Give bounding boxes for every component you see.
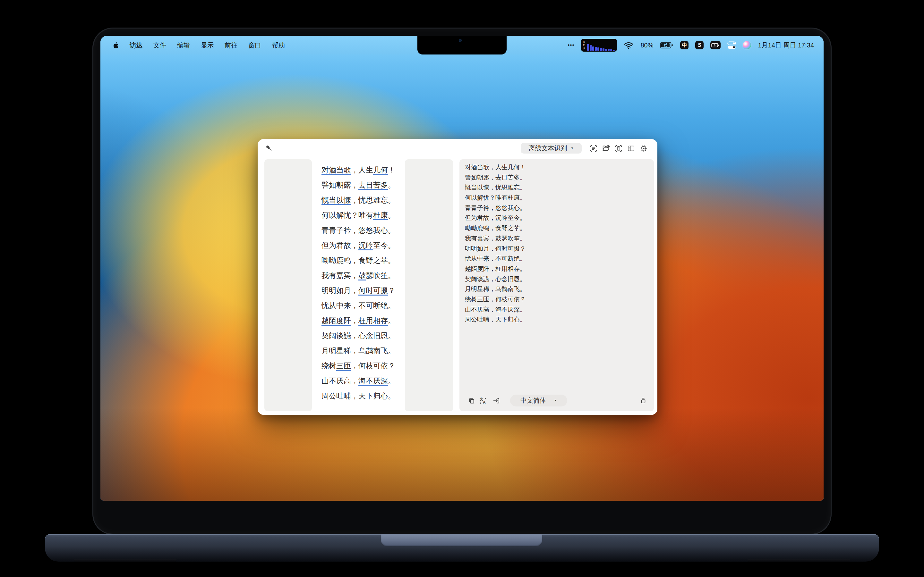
source-preview-right-panel xyxy=(405,159,453,411)
menu-item[interactable]: 编辑 xyxy=(177,41,190,50)
chevron-down-icon: ▼ xyxy=(554,399,557,402)
result-language-dropdown[interactable]: 中文简体 ▼ xyxy=(510,395,567,406)
recognition-mode-dropdown[interactable]: 离线文本识别 ▼ xyxy=(521,143,582,153)
source-line: 对酒当歌，人生几何！ xyxy=(312,163,405,177)
cpu-bar xyxy=(607,49,610,51)
result-line: 绕树三匝，何枝可依？ xyxy=(465,294,651,305)
source-line: 契阔谈讌，心念旧恩。 xyxy=(312,328,405,343)
result-line: 周公吐哺，天下归心。 xyxy=(465,314,651,325)
result-line: 我有嘉宾，鼓瑟吹笙。 xyxy=(465,234,651,243)
menu-item[interactable]: 窗口 xyxy=(248,41,261,50)
switches-icon[interactable] xyxy=(727,41,736,49)
result-toolbar: 文 A 中文简体 ▼ xyxy=(459,394,654,407)
menu-items: 访达文件编辑显示前往窗口帮助 xyxy=(100,41,285,50)
cpu-bar xyxy=(592,47,594,51)
result-line: 何以解忧？唯有杜康。 xyxy=(465,193,651,203)
svg-text:A: A xyxy=(483,400,486,404)
source-line: 譬如朝露，去日苦多。 xyxy=(312,177,405,193)
source-text: 对酒当歌，人生几何！譬如朝露，去日苦多。慨当以慷，忧思难忘。何以解忧？唯有杜康。… xyxy=(312,159,405,411)
result-text[interactable]: 对酒当歌，人生几何！譬如朝露，去日苦多。慨当以慷，忧思难忘。何以解忧？唯有杜康。… xyxy=(465,162,651,325)
camera-dot xyxy=(459,39,462,42)
source-line: 何以解忧？唯有杜康。 xyxy=(312,208,405,223)
menu-item[interactable]: 帮助 xyxy=(272,41,285,50)
menu-item[interactable]: 显示 xyxy=(201,41,214,50)
history-icon[interactable] xyxy=(640,397,647,404)
result-line: 明明如月，何时可掇？ xyxy=(465,243,651,254)
lid-lift-notch xyxy=(381,534,542,546)
cpu-bar xyxy=(613,50,615,51)
ocr-app-window: 离线文本识别 ▼ xyxy=(258,139,657,415)
battery-charging-icon[interactable] xyxy=(660,42,674,49)
source-line: 周公吐哺，天下归心。 xyxy=(312,388,405,404)
menu-item[interactable]: 文件 xyxy=(153,41,166,50)
surge-badge[interactable]: S xyxy=(695,41,704,49)
source-line: 月明星稀，乌鹊南飞。 xyxy=(312,343,405,358)
source-line: 绕树三匝，何枝可依？ xyxy=(312,358,405,374)
result-panel: 对酒当歌，人生几何！譬如朝露，去日苦多。慨当以慷，忧思难忘。何以解忧？唯有杜康。… xyxy=(459,159,654,411)
result-line: 呦呦鹿鸣，食野之苹。 xyxy=(465,223,651,234)
menu-item[interactable]: 前往 xyxy=(225,41,237,50)
result-language-label: 中文简体 xyxy=(520,396,546,405)
apple-menu-icon[interactable] xyxy=(112,41,119,49)
source-preview-left-panel xyxy=(264,159,312,411)
copy-icon[interactable] xyxy=(468,397,475,404)
result-line: 但为君故，沉吟至今。 xyxy=(465,213,651,223)
cpu-bar xyxy=(603,48,604,51)
result-line: 月明星稀，乌鹊南飞。 xyxy=(465,284,651,294)
rubber-foot xyxy=(74,559,176,562)
siri-icon[interactable] xyxy=(743,41,751,49)
cpu-monitor-widget[interactable]: CPU xyxy=(581,39,617,52)
result-line: 青青子衿，悠悠我心。 xyxy=(465,203,651,213)
source-line: 青青子衿，悠悠我心。 xyxy=(312,223,405,238)
result-line: 越陌度阡，枉用相存。 xyxy=(465,264,651,274)
open-folder-icon[interactable] xyxy=(602,144,610,153)
cpu-bar xyxy=(598,47,599,51)
pin-icon[interactable] xyxy=(265,144,274,153)
result-line: 对酒当歌，人生几何！ xyxy=(465,162,651,172)
screen: 访达文件编辑显示前往窗口帮助 ••• CPU 80% xyxy=(100,36,824,501)
source-line: 慨当以慷，忧思难忘。 xyxy=(312,193,405,208)
gear-icon[interactable] xyxy=(640,144,648,153)
export-icon[interactable] xyxy=(493,397,500,404)
battery-percent: 80% xyxy=(640,42,653,49)
source-line: 我有嘉宾，鼓瑟吹笙。 xyxy=(312,268,405,283)
cpu-bar xyxy=(600,48,602,51)
rubber-foot xyxy=(748,559,850,562)
scan-text-icon[interactable] xyxy=(590,144,598,153)
source-line: 忧从中来，不可断绝。 xyxy=(312,298,405,313)
translate-icon[interactable]: 文 A xyxy=(480,397,487,404)
chevron-down-icon: ▼ xyxy=(571,147,574,150)
scan-document-icon[interactable] xyxy=(614,144,623,153)
source-line: 明明如月，何时可掇？ xyxy=(312,283,405,298)
result-line: 慨当以慷，忧思难忘。 xyxy=(465,182,651,193)
wifi-icon[interactable] xyxy=(624,41,634,49)
desktop-mockup: 访达文件编辑显示前往窗口帮助 ••• CPU 80% xyxy=(0,0,924,577)
cpu-bar xyxy=(587,44,589,51)
menu-bar-status: ••• CPU 80% xyxy=(568,36,814,55)
cpu-bar xyxy=(610,49,612,51)
charge-badge[interactable] xyxy=(710,41,720,49)
display-notch xyxy=(417,36,507,55)
input-method-badge[interactable]: 中 xyxy=(680,41,688,49)
menu-bar-clock[interactable]: 1月14日 周日 17:34 xyxy=(758,41,814,50)
result-line: 忧从中来，不可断绝。 xyxy=(465,253,651,264)
cpu-label: CPU xyxy=(583,40,586,51)
menu-item[interactable]: 访达 xyxy=(129,41,142,50)
source-line: 山不厌高，海不厌深。 xyxy=(312,374,405,388)
source-line: 越陌度阡，枉用相存。 xyxy=(312,313,405,328)
more-dots-icon[interactable]: ••• xyxy=(568,42,575,48)
sidebar-toggle-icon[interactable] xyxy=(627,144,635,153)
macbook-deck xyxy=(45,534,879,562)
result-line: 契阔谈讌，心念旧恩。 xyxy=(465,274,651,284)
result-line: 山不厌高，海不厌深。 xyxy=(465,305,651,315)
result-line: 譬如朝露，去日苦多。 xyxy=(465,172,651,183)
cpu-bars xyxy=(586,40,615,51)
cpu-bar xyxy=(590,45,591,51)
source-line: 呦呦鹿鸣，食野之苹。 xyxy=(312,253,405,268)
cpu-bar xyxy=(595,47,597,51)
recognition-mode-label: 离线文本识别 xyxy=(529,144,567,153)
source-line: 但为君故，沉吟至今。 xyxy=(312,238,405,253)
cpu-bar xyxy=(605,49,607,51)
window-toolbar xyxy=(590,144,648,153)
